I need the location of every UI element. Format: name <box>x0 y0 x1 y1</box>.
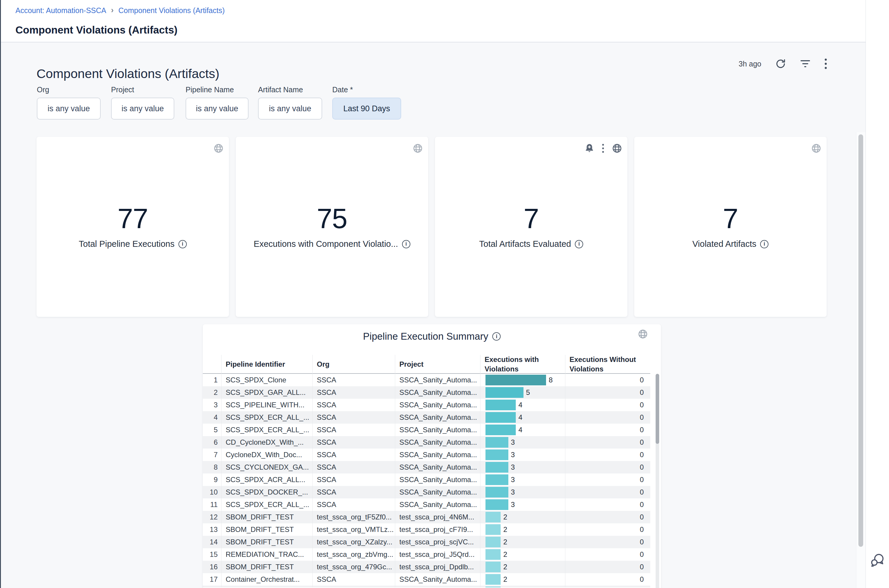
cell-executions-with-violations: 2 <box>480 561 565 573</box>
filter-org-value-button[interactable]: is any value <box>37 98 101 120</box>
cell-org: SSCA <box>312 399 395 411</box>
table-row-partial[interactable] <box>203 586 650 587</box>
info-icon[interactable]: i <box>760 240 769 248</box>
table-row[interactable]: 3SCS_PIPELINE_WITH...SSCASSCA_Sanity_Aut… <box>203 399 650 411</box>
refresh-icon[interactable] <box>775 58 786 69</box>
globe-icon[interactable] <box>638 329 648 339</box>
table-row[interactable]: 17Container_Orchestrat...SSCASSCA_Sanity… <box>203 573 650 586</box>
cell-org: SSCA <box>312 448 395 461</box>
cell-project: SSCA_Sanity_Automa... <box>395 498 480 511</box>
filter-date-value-button[interactable]: Last 90 Days <box>332 98 401 120</box>
cell-executions-with-violations: 4 <box>480 411 565 424</box>
info-icon[interactable]: i <box>402 240 411 248</box>
cell-pipeline-identifier: SBOM_DRIFT_TEST <box>221 536 312 548</box>
violations-bar-value: 4 <box>519 413 522 422</box>
table-scrollbar-thumb[interactable] <box>656 374 659 444</box>
violations-bar <box>486 537 501 548</box>
violations-bar-value: 2 <box>503 563 507 571</box>
cell-pipeline-identifier: REMEDIATION_TRAC... <box>221 548 312 561</box>
table-row[interactable]: 2SCS_SPDX_GAR_ALL...SSCASSCA_Sanity_Auto… <box>203 386 650 399</box>
globe-icon[interactable] <box>811 143 821 153</box>
stat-value: 7 <box>634 202 827 235</box>
table-row[interactable]: 16SBOM_DRIFT_TESTtest_ssca_org_479Gc...t… <box>203 561 650 573</box>
filter-artifact-name-value-button[interactable]: is any value <box>258 98 322 120</box>
filter-pipeline-name-value-button[interactable]: is any value <box>186 98 248 120</box>
filter-label: Pipeline Name <box>186 86 248 95</box>
cell-executions-without-violations: 0 <box>565 548 650 561</box>
cell-project: SSCA_Sanity_Automa... <box>395 436 480 448</box>
table-row[interactable]: 10SCS_SPDX_DOCKER_...SSCASSCA_Sanity_Aut… <box>203 486 650 498</box>
cell-pipeline-identifier <box>221 586 312 587</box>
table-row[interactable]: 15REMEDIATION_TRAC...test_ssca_org_zbVmg… <box>203 548 650 561</box>
table-row[interactable]: 7CycloneDX_With_Doc...SSCASSCA_Sanity_Au… <box>203 448 650 461</box>
table-row[interactable]: 5SCS_SPDX_ECR_ALL_...SSCASSCA_Sanity_Aut… <box>203 424 650 436</box>
row-index: 10 <box>203 486 221 498</box>
cell-executions-without-violations: 0 <box>565 498 650 511</box>
breadcrumb-current-link[interactable]: Component Violations (Artifacts) <box>119 6 225 15</box>
violations-bar <box>486 487 508 498</box>
pipeline-execution-summary-card: Pipeline Execution Summary i Pipeline Id… <box>203 324 661 588</box>
last-refreshed: 3h ago <box>739 60 761 68</box>
cell-executions-with-violations: 8 <box>480 374 565 386</box>
cell-executions-with-violations: 4 <box>480 424 565 436</box>
info-icon[interactable]: i <box>179 240 187 248</box>
column-header-project[interactable]: Project <box>395 355 480 374</box>
violations-bar <box>486 400 516 410</box>
app: { "breadcrumb": { "account": "Account: A… <box>0 0 889 588</box>
cell-project: SSCA_Sanity_Automa... <box>395 486 480 498</box>
globe-icon[interactable] <box>214 143 224 153</box>
globe-icon[interactable] <box>413 143 423 153</box>
row-index: 16 <box>203 561 221 573</box>
column-header-executions-with-violations[interactable]: Executions with Violations <box>480 355 565 374</box>
table-row[interactable]: 11SCS_SPDX_ECR_ALL_...SSCASSCA_Sanity_Au… <box>203 498 650 511</box>
row-index: 3 <box>203 399 221 411</box>
table-row[interactable]: 14SBOM_DRIFT_TESTtest_ssca_org_XZalzy...… <box>203 536 650 548</box>
stat-card-total-artifacts-evaluated: 7 Total Artifacts Evaluated i <box>435 137 627 317</box>
column-header-executions-without-violations[interactable]: Executions Without Violations <box>565 355 650 374</box>
filter-artifact-name: Artifact Name is any value <box>258 86 322 120</box>
table-row[interactable]: 1SCS_SPDX_CloneSSCASSCA_Sanity_Automa...… <box>203 374 650 386</box>
info-icon[interactable]: i <box>492 332 501 340</box>
cell-executions-with-violations: 3 <box>480 474 565 486</box>
violations-bar-value: 2 <box>503 525 507 534</box>
dashboard-scrollbar-thumb[interactable] <box>859 134 863 547</box>
globe-icon[interactable] <box>612 143 622 153</box>
cell-executions-without-violations: 0 <box>565 411 650 424</box>
cell-pipeline-identifier: SBOM_DRIFT_TEST <box>221 561 312 573</box>
row-index: 5 <box>203 424 221 436</box>
kebab-menu-icon[interactable] <box>602 143 604 153</box>
info-icon[interactable]: i <box>575 240 583 248</box>
cell-pipeline-identifier: SCS_CYCLONEDX_GA... <box>221 461 312 474</box>
alert-bell-icon[interactable] <box>585 143 594 153</box>
cell-org: SSCA <box>312 474 395 486</box>
stat-card-total-pipeline-executions: 77 Total Pipeline Executions i <box>36 137 229 317</box>
kebab-menu-icon[interactable] <box>824 58 827 70</box>
right-gutter <box>865 0 889 588</box>
cell-executions-without-violations: 0 <box>565 399 650 411</box>
cell-executions-with-violations <box>480 586 565 587</box>
dashboard-scrollbar-track[interactable] <box>856 132 865 588</box>
dashboard-panel: Component Violations (Artifacts) 3h ago … <box>1 42 865 588</box>
chat-bubbles-icon[interactable] <box>869 551 886 568</box>
table-row[interactable]: 6CD_CycloneDX_With_...SSCASSCA_Sanity_Au… <box>203 436 650 448</box>
cell-project: SSCA_Sanity_Automa... <box>395 474 480 486</box>
table-header-row: Pipeline Identifier Org Project Executio… <box>203 355 650 374</box>
cell-org: test_ssca_org_VMTLz... <box>312 524 395 536</box>
table-row[interactable]: 4SCS_SPDX_ECR_ALL_...SSCASSCA_Sanity_Aut… <box>203 411 650 424</box>
cell-pipeline-identifier: SCS_SPDX_DOCKER_... <box>221 486 312 498</box>
cell-pipeline-identifier: SCS_SPDX_Clone <box>221 374 312 386</box>
table-row[interactable]: 8SCS_CYCLONEDX_GA...SSCASSCA_Sanity_Auto… <box>203 461 650 474</box>
table-row[interactable]: 9SCS_SPDX_ACR_ALL...SSCASSCA_Sanity_Auto… <box>203 474 650 486</box>
cell-org: test_ssca_org_XZalzy... <box>312 536 395 548</box>
table-row[interactable]: 12SBOM_DRIFT_TESTtest_ssca_org_tF5Zf0...… <box>203 511 650 524</box>
filter-project-value-button[interactable]: is any value <box>111 98 174 120</box>
violations-bar-value: 5 <box>526 388 530 397</box>
violations-bar <box>486 562 501 572</box>
column-header-org[interactable]: Org <box>312 355 395 374</box>
filter-icon[interactable] <box>800 59 811 68</box>
table-row[interactable]: 13SBOM_DRIFT_TESTtest_ssca_org_VMTLz...t… <box>203 524 650 536</box>
column-header-pipeline-identifier[interactable]: Pipeline Identifier <box>221 355 312 374</box>
row-index: 7 <box>203 448 221 461</box>
cell-org: SSCA <box>312 498 395 511</box>
breadcrumb-account-link[interactable]: Account: Automation-SSCA <box>15 6 106 15</box>
